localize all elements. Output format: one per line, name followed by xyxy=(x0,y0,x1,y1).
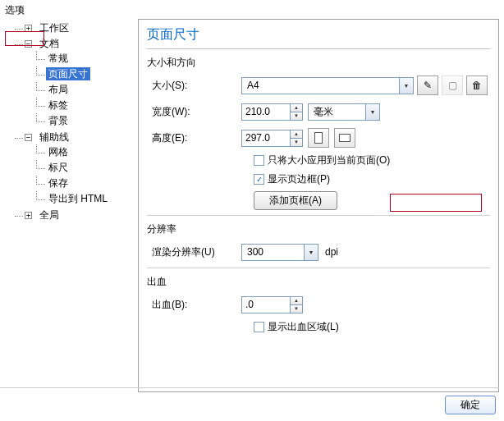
landscape-icon xyxy=(339,134,351,142)
tree-item-background[interactable]: 背景 xyxy=(46,114,71,127)
expand-workspace-icon[interactable]: + xyxy=(25,25,32,32)
collapse-guides-icon[interactable]: − xyxy=(25,134,32,141)
collapse-document-icon[interactable]: − xyxy=(25,40,32,48)
render-res-value: 300 xyxy=(242,246,304,258)
tree-item-save[interactable]: 保存 xyxy=(46,176,71,190)
expand-global-icon[interactable]: + xyxy=(25,212,32,219)
page-heading: 页面尺寸 xyxy=(139,20,498,48)
bleed-label: 出血(B): xyxy=(147,298,241,312)
tree-item-workspace[interactable]: 工作区 xyxy=(37,21,71,34)
tree-item-grid[interactable]: 网格 xyxy=(46,145,71,158)
group-size-orientation: 大小和方向 xyxy=(147,54,490,75)
tree-item-guides[interactable]: 辅助线 xyxy=(37,130,71,144)
add-page-frame-button[interactable]: 添加页框(A) xyxy=(254,191,337,210)
save-preset-button[interactable]: ✎ xyxy=(417,76,438,95)
portrait-icon xyxy=(314,132,323,144)
width-spin-up[interactable]: ▲ xyxy=(290,103,303,112)
show-border-label: 显示页边框(P) xyxy=(268,172,330,186)
group-resolution: 分辨率 xyxy=(147,221,490,241)
page-presets-button[interactable]: ▢ xyxy=(442,76,463,95)
apply-current-label: 只将大小应用到当前页面(O) xyxy=(268,153,390,167)
chevron-down-icon: ▼ xyxy=(399,78,413,94)
tree-item-rulers[interactable]: 标尺 xyxy=(46,161,71,174)
render-res-label: 渲染分辨率(U) xyxy=(147,245,241,259)
width-spin-down[interactable]: ▼ xyxy=(290,112,303,121)
bleed-spin-down[interactable]: ▼ xyxy=(290,304,303,313)
height-spin-down[interactable]: ▼ xyxy=(290,138,303,147)
bleed-input[interactable] xyxy=(241,296,291,313)
size-label: 大小(S): xyxy=(147,79,241,93)
height-input[interactable] xyxy=(241,130,291,147)
size-combo[interactable]: A4 ▼ xyxy=(241,77,414,94)
page-icon: ▢ xyxy=(448,80,457,91)
orientation-landscape-button[interactable] xyxy=(334,128,355,148)
tree-item-document[interactable]: 文档 xyxy=(37,37,62,50)
show-bleed-checkbox[interactable] xyxy=(254,322,264,332)
content-panel: 页面尺寸 大小和方向 大小(S): A4 ▼ ✎ ▢ 🗑 宽度(W): xyxy=(138,19,499,392)
width-input[interactable] xyxy=(241,103,291,121)
tree-item-page-size[interactable]: 页面尺寸 xyxy=(46,67,90,80)
ok-button[interactable]: 确定 xyxy=(445,396,496,414)
show-border-checkbox[interactable] xyxy=(254,174,264,185)
orientation-portrait-button[interactable] xyxy=(308,128,329,148)
tree-item-global[interactable]: 全局 xyxy=(37,208,62,222)
tree-item-export-html[interactable]: 导出到 HTML xyxy=(46,192,110,205)
tree-item-layout[interactable]: 布局 xyxy=(46,83,71,96)
render-res-combo[interactable]: 300 ▼ xyxy=(241,244,318,261)
height-label: 高度(E): xyxy=(147,131,241,145)
show-bleed-label: 显示出血区域(L) xyxy=(268,320,339,334)
trash-icon: 🗑 xyxy=(472,80,482,91)
delete-preset-button[interactable]: 🗑 xyxy=(466,76,488,95)
apply-current-checkbox[interactable] xyxy=(254,155,264,166)
size-value: A4 xyxy=(242,80,399,91)
tree-panel: + 工作区 − 文档 常规 页面尺寸 布局 标签 背景 − 辅助 xyxy=(0,19,138,392)
save-icon: ✎ xyxy=(424,80,432,91)
tree-item-general[interactable]: 常规 xyxy=(46,52,71,65)
window-title: 选项 xyxy=(0,0,504,19)
tree-item-labels[interactable]: 标签 xyxy=(46,98,71,112)
group-bleed: 出血 xyxy=(147,273,490,294)
chevron-down-icon: ▼ xyxy=(365,104,379,120)
chevron-down-icon: ▼ xyxy=(304,245,318,260)
width-unit-combo[interactable]: 毫米 ▼ xyxy=(308,103,380,121)
width-label: 宽度(W): xyxy=(147,105,241,119)
dpi-label: dpi xyxy=(318,246,338,258)
width-unit-value: 毫米 xyxy=(309,105,365,119)
bleed-spin-up[interactable]: ▲ xyxy=(290,296,303,304)
height-spin-up[interactable]: ▲ xyxy=(290,130,303,138)
